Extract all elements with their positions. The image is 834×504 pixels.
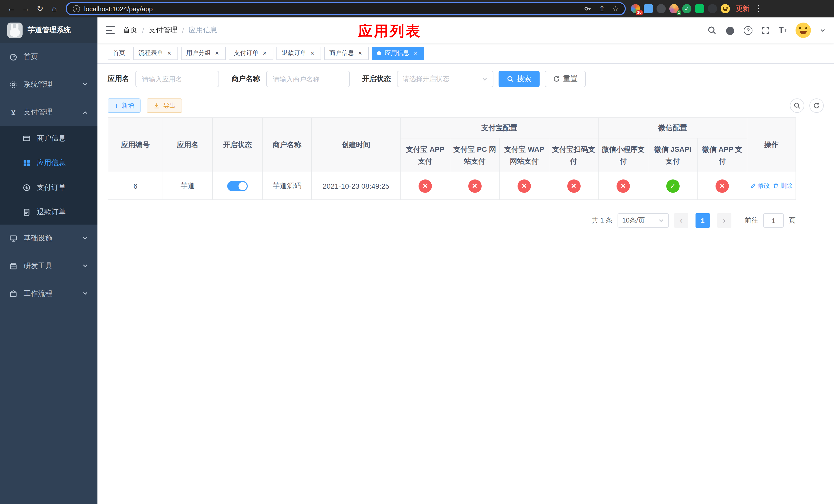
help-icon[interactable]: ?: [744, 26, 752, 35]
share-icon[interactable]: ↥: [599, 5, 605, 13]
merchant-name-label: 商户名称: [231, 74, 260, 84]
fullscreen-icon[interactable]: [761, 26, 770, 35]
sidebar-item-label: 支付订单: [37, 183, 66, 192]
tab-process-form[interactable]: 流程表单×: [133, 46, 178, 60]
tab-home[interactable]: 首页: [108, 46, 130, 60]
browser-home-button[interactable]: ⌂: [47, 0, 62, 18]
cell-status: [213, 172, 262, 200]
col-created: 创建时间: [312, 118, 400, 172]
sidebar-item-merchant-info[interactable]: 商户信息: [0, 126, 97, 151]
status-select[interactable]: 请选择开启状态: [397, 71, 493, 87]
extension-icon-6[interactable]: [695, 4, 704, 13]
chevron-down-icon: [482, 76, 488, 82]
page-size-value: 10条/页: [622, 216, 645, 225]
delete-link[interactable]: 删除: [773, 182, 792, 190]
table-row: 6 芋道 芋道源码 2021-10-23 08:49:25: [108, 172, 796, 200]
sidebar-item-label: 研发工具: [24, 261, 52, 271]
sidebar-item-infrastructure[interactable]: 基础设施: [0, 225, 97, 252]
extension-icon-3[interactable]: [657, 4, 666, 13]
col-app-name: 应用名: [163, 118, 213, 172]
breadcrumb-home[interactable]: 首页: [123, 26, 137, 35]
page-size-select[interactable]: 10条/页: [618, 213, 669, 228]
prev-page-button[interactable]: ‹: [674, 213, 688, 228]
edit-link[interactable]: 修改: [750, 182, 770, 190]
browser-back-button[interactable]: ←: [4, 0, 19, 18]
sidebar-item-refund-orders[interactable]: 退款订单: [0, 200, 97, 225]
tab-merchant-info[interactable]: 商户信息×: [324, 46, 369, 60]
site-info-icon[interactable]: i: [73, 5, 80, 12]
plus-icon: +: [114, 102, 118, 109]
extension-icon-4[interactable]: 1: [670, 4, 679, 13]
search-icon: [507, 75, 514, 83]
extension-icon-7[interactable]: [708, 4, 717, 13]
bookmark-star-icon[interactable]: ☆: [612, 5, 619, 13]
tab-close-icon[interactable]: ×: [356, 49, 364, 56]
tab-close-icon[interactable]: ×: [261, 49, 268, 56]
app-name-input[interactable]: [135, 71, 219, 87]
merchant-name-input[interactable]: [266, 71, 350, 87]
browser-update-button[interactable]: 更新: [736, 4, 749, 13]
export-button[interactable]: 导出: [147, 98, 182, 113]
tab-close-icon[interactable]: ×: [412, 49, 419, 56]
browser-refresh-button[interactable]: ↻: [33, 0, 47, 18]
cell-actions: 修改 删除: [747, 172, 796, 200]
tab-close-icon[interactable]: ×: [166, 49, 173, 56]
dashboard-icon: [9, 53, 18, 61]
app-logo-row[interactable]: 芋道管理系统: [0, 18, 97, 43]
toggle-search-button[interactable]: [790, 98, 804, 113]
enabled-toggle[interactable]: [227, 181, 248, 191]
sidebar-item-payment[interactable]: ¥ 支付管理: [0, 98, 97, 126]
col-alipay-wap: 支付宝 WAP 网站支付: [499, 138, 549, 172]
sidebar-item-workflow[interactable]: 工作流程: [0, 280, 97, 307]
search-icon[interactable]: [707, 26, 717, 35]
next-page-button[interactable]: ›: [717, 213, 731, 228]
tab-refund-orders[interactable]: 退款订单×: [277, 46, 321, 60]
refresh-table-button[interactable]: [809, 98, 824, 113]
table-tools: [790, 98, 824, 113]
user-menu-caret-icon[interactable]: [820, 27, 826, 33]
extension-icon-1[interactable]: 10: [631, 4, 640, 13]
tab-close-icon[interactable]: ×: [309, 49, 316, 56]
browser-menu-button[interactable]: ⋮: [754, 0, 763, 18]
sidebar-item-label: 支付管理: [24, 108, 52, 117]
extension-icon-5[interactable]: ✓: [682, 4, 692, 13]
sidebar-item-label: 系统管理: [24, 80, 52, 89]
extension-badge: 10: [636, 10, 643, 15]
breadcrumb-payment[interactable]: 支付管理: [149, 26, 177, 35]
sidebar-item-payment-orders[interactable]: 支付订单: [0, 175, 97, 200]
extension-icon-8[interactable]: [721, 4, 730, 13]
tab-app-info[interactable]: 应用信息×: [372, 46, 424, 60]
col-wechat-mini: 微信小程序支付: [598, 138, 648, 172]
delete-link-label: 删除: [780, 182, 792, 190]
font-size-icon[interactable]: TT: [778, 26, 787, 35]
sidebar-item-label: 应用信息: [37, 158, 66, 168]
sidebar-item-home[interactable]: 首页: [0, 43, 97, 71]
add-button[interactable]: + 新增: [108, 98, 140, 113]
gear-icon: [9, 81, 18, 89]
sidebar-item-dev-tools[interactable]: 研发工具: [0, 252, 97, 280]
sidebar-fold-icon[interactable]: [106, 26, 115, 35]
user-avatar[interactable]: [795, 23, 811, 38]
page-number-1[interactable]: 1: [696, 213, 710, 228]
tab-label: 流程表单: [138, 49, 163, 58]
url-text[interactable]: localhost:1024/pay/app: [84, 5, 153, 13]
tab-payment-orders[interactable]: 支付订单×: [229, 46, 273, 60]
reset-button[interactable]: 重置: [545, 71, 586, 87]
goto-label: 前往: [745, 216, 758, 225]
sidebar-item-app-info[interactable]: 应用信息: [0, 151, 97, 175]
goto-page-input[interactable]: [763, 213, 784, 228]
tab-user-group[interactable]: 用户分组×: [181, 46, 226, 60]
tab-label: 支付订单: [234, 49, 259, 58]
search-button[interactable]: 搜索: [499, 71, 540, 87]
cell-alipay-scan: [549, 172, 598, 200]
tab-close-icon[interactable]: ×: [213, 49, 221, 56]
sidebar-item-system[interactable]: 系统管理: [0, 71, 97, 98]
github-icon[interactable]: [725, 25, 735, 35]
refresh-icon: [553, 75, 560, 83]
breadcrumb-current: 应用信息: [189, 26, 218, 35]
url-bar[interactable]: i localhost:1024/pay/app ↥ ☆: [66, 2, 626, 15]
page-content: 应用名 商户名称 开启状态 请选择开启状态 搜索 重置: [97, 64, 834, 228]
extension-icon-2[interactable]: [644, 4, 653, 13]
browser-forward-button[interactable]: →: [19, 0, 33, 18]
password-key-icon[interactable]: [584, 5, 592, 13]
